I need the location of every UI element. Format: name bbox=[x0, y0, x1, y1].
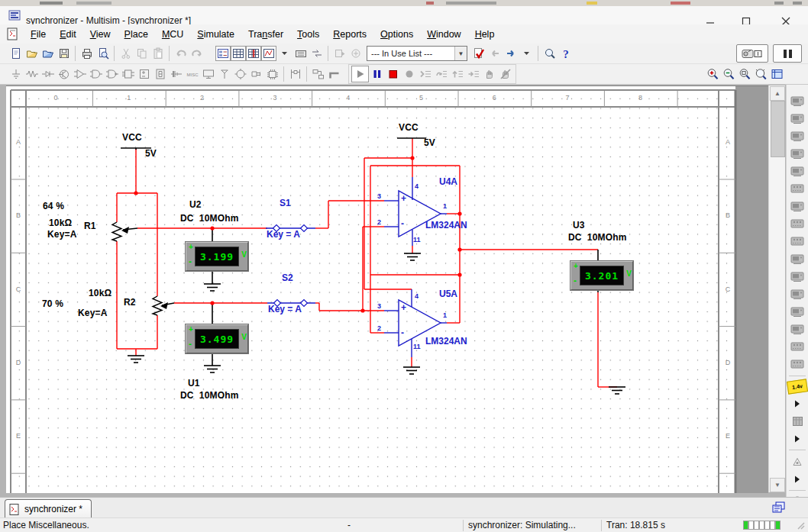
tektronix-oscilloscope-button[interactable] bbox=[788, 357, 806, 372]
multimeter-button[interactable] bbox=[788, 94, 806, 108]
place-misc-button[interactable]: MISC bbox=[184, 66, 200, 82]
zoom-page-button[interactable] bbox=[737, 66, 753, 82]
ni-elvis-button[interactable] bbox=[788, 414, 806, 428]
place-analog-button[interactable] bbox=[72, 66, 88, 82]
paste-button[interactable] bbox=[150, 46, 166, 61]
frequency-counter-button[interactable] bbox=[788, 199, 806, 214]
ladder-diagram-button[interactable] bbox=[287, 66, 303, 82]
place-power-button[interactable] bbox=[168, 66, 184, 82]
cut-button[interactable] bbox=[118, 46, 134, 61]
pause-switch-button[interactable] bbox=[773, 44, 802, 63]
print-button[interactable] bbox=[79, 46, 95, 61]
zoom-in-button[interactable] bbox=[705, 66, 721, 82]
grapher-toggle[interactable] bbox=[261, 46, 276, 61]
stop-button[interactable] bbox=[385, 66, 401, 82]
labview-dropdown-button[interactable] bbox=[788, 472, 806, 486]
pause-button[interactable] bbox=[369, 66, 385, 82]
save-button[interactable] bbox=[56, 46, 72, 61]
postprocessor-button[interactable] bbox=[331, 46, 347, 61]
logic-converter-button[interactable] bbox=[788, 252, 806, 266]
place-mixed-button[interactable] bbox=[136, 66, 152, 82]
find-button[interactable] bbox=[541, 46, 558, 61]
menu-transfer[interactable]: Transfer bbox=[241, 27, 290, 42]
run-stop-switch-button[interactable] bbox=[736, 44, 768, 63]
help-button[interactable]: ? bbox=[558, 46, 574, 61]
scroll-thumb[interactable] bbox=[771, 101, 785, 157]
place-transistor-button[interactable] bbox=[56, 66, 72, 82]
back-annotate-button[interactable] bbox=[486, 46, 503, 61]
menu-view[interactable]: View bbox=[83, 27, 118, 42]
bode-plotter-button[interactable] bbox=[788, 182, 806, 196]
sheet-area[interactable] bbox=[11, 89, 735, 493]
place-basic-button[interactable] bbox=[24, 66, 40, 82]
design-toolbox-toggle[interactable] bbox=[215, 46, 231, 61]
transfer-button[interactable] bbox=[309, 46, 325, 61]
place-ttl-button[interactable] bbox=[88, 66, 104, 82]
zoom-fit-button[interactable] bbox=[753, 66, 769, 82]
place-rf-button[interactable] bbox=[216, 66, 232, 82]
agilent-oscilloscope-button[interactable] bbox=[788, 340, 806, 354]
in-use-list-dropdown[interactable]: --- In Use List ---▼ bbox=[367, 46, 467, 61]
scroll-down-button[interactable]: ▼ bbox=[770, 478, 785, 492]
measurement-probe-button[interactable]: 1.4v bbox=[787, 379, 808, 394]
fullscreen-button[interactable] bbox=[769, 66, 785, 82]
word-generator-button[interactable] bbox=[788, 217, 806, 231]
menu-help[interactable]: Help bbox=[468, 27, 502, 42]
remove-breakpoints-button[interactable] bbox=[497, 66, 513, 82]
bus-button[interactable] bbox=[326, 66, 342, 82]
multimeter-u2[interactable]: + - 3.199 V bbox=[186, 242, 248, 271]
agilent-function-generator-button[interactable] bbox=[788, 305, 806, 319]
forward-annotate-button[interactable] bbox=[503, 46, 519, 61]
symbol-editor-button[interactable] bbox=[347, 46, 364, 61]
iv-analyzer-button[interactable] bbox=[788, 269, 806, 284]
menu-mcu[interactable]: MCU bbox=[155, 27, 190, 42]
tab-synchronizer[interactable]: synchronizer * bbox=[5, 499, 92, 518]
resize-grip[interactable] bbox=[796, 521, 806, 531]
scroll-up-button[interactable]: ▲ bbox=[770, 86, 785, 101]
undo-button[interactable] bbox=[173, 46, 189, 61]
run-to-cursor-button[interactable] bbox=[465, 66, 481, 82]
logic-analyzer-button[interactable] bbox=[788, 234, 806, 249]
hierarchical-block-button[interactable] bbox=[310, 66, 326, 82]
zoom-out-button[interactable] bbox=[721, 66, 737, 82]
labview-instrument-button[interactable] bbox=[788, 454, 806, 469]
place-mcu-button[interactable] bbox=[264, 66, 280, 82]
print-preview-button[interactable] bbox=[95, 46, 111, 61]
probe-dropdown-button[interactable] bbox=[788, 396, 806, 411]
menu-simulate[interactable]: Simulate bbox=[190, 27, 241, 42]
forward-annotate-dropdown[interactable] bbox=[519, 46, 535, 61]
schematic-canvas[interactable]: 012345678AABBCCDDEE bbox=[6, 85, 768, 493]
breadboard-view-button[interactable] bbox=[292, 46, 309, 61]
place-cmos-button[interactable] bbox=[104, 66, 120, 82]
place-diode-button[interactable] bbox=[40, 66, 56, 82]
new-button[interactable] bbox=[8, 46, 24, 61]
wattmeter-button[interactable] bbox=[788, 129, 806, 143]
place-indicator-button[interactable] bbox=[152, 66, 168, 82]
multimeter-u1[interactable]: + - 3.499 V bbox=[186, 324, 248, 353]
place-connector-button[interactable] bbox=[248, 66, 264, 82]
distortion-analyzer-button[interactable] bbox=[788, 287, 806, 301]
spreadsheet-view-toggle[interactable] bbox=[231, 46, 246, 61]
menu-options[interactable]: Options bbox=[373, 27, 420, 42]
place-source-button[interactable] bbox=[8, 66, 24, 82]
menu-reports[interactable]: Reports bbox=[326, 27, 373, 42]
step-over-button[interactable] bbox=[433, 66, 449, 82]
redo-button[interactable] bbox=[189, 46, 205, 61]
elvis-dropdown-button[interactable] bbox=[788, 431, 806, 446]
menu-window[interactable]: Window bbox=[420, 27, 467, 42]
place-misc-digital-button[interactable] bbox=[120, 66, 136, 82]
multimeter-u3[interactable]: + - 3.201 V bbox=[570, 261, 633, 290]
four-channel-oscilloscope-button[interactable] bbox=[788, 164, 806, 179]
step-out-button[interactable] bbox=[449, 66, 465, 82]
open-samples-button[interactable] bbox=[40, 46, 56, 61]
menu-file[interactable]: File bbox=[24, 27, 53, 42]
function-generator-button[interactable] bbox=[788, 111, 806, 126]
place-peripherals-button[interactable] bbox=[200, 66, 216, 82]
new-window-icon[interactable] bbox=[771, 501, 787, 514]
step-into-button[interactable] bbox=[417, 66, 433, 82]
pause-at-breakpoint-button[interactable] bbox=[481, 66, 497, 82]
agilent-multimeter-button[interactable] bbox=[788, 322, 806, 337]
run-button[interactable] bbox=[351, 66, 369, 82]
database-manager-toggle[interactable] bbox=[246, 46, 261, 61]
grapher-dropdown[interactable] bbox=[276, 46, 292, 61]
